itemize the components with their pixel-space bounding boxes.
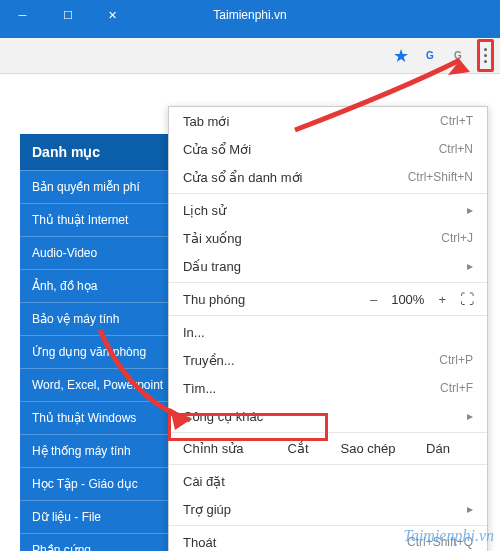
chrome-main-menu: Tab mới Ctrl+T Cửa sổ Mới Ctrl+N Cửa sổ … bbox=[168, 106, 488, 551]
translate-grey-icon[interactable] bbox=[449, 47, 467, 65]
submenu-arrow-icon: ▸ bbox=[467, 502, 473, 516]
menu-item-bookmarks[interactable]: Dấu trang ▸ bbox=[169, 252, 487, 280]
sidebar-item[interactable]: Word, Excel, Powerpoint bbox=[20, 368, 190, 401]
edit-copy-button[interactable]: Sao chép bbox=[333, 441, 403, 456]
minimize-button[interactable]: ─ bbox=[0, 0, 45, 30]
menu-separator bbox=[169, 282, 487, 283]
menu-item-edit: Chỉnh sửa Cắt Sao chép Dán bbox=[169, 435, 487, 462]
category-sidebar: Danh mục Bản quyền miễn phí Thủ thuật In… bbox=[20, 134, 190, 551]
menu-shortcut: Ctrl+F bbox=[440, 381, 473, 395]
window-titlebar: Taimienphi.vn ─ ☐ ✕ bbox=[0, 0, 500, 30]
vertical-dots-icon bbox=[480, 44, 491, 67]
edit-cut-button[interactable]: Cắt bbox=[263, 441, 333, 456]
browser-toolbar: ★ bbox=[0, 38, 500, 74]
submenu-arrow-icon: ▸ bbox=[467, 203, 473, 217]
watermark-text: Taimienphi.vn bbox=[403, 527, 494, 545]
menu-label: Truyền... bbox=[183, 353, 235, 368]
sidebar-item[interactable]: Thủ thuật Windows bbox=[20, 401, 190, 434]
menu-item-cast[interactable]: Truyền... Ctrl+P bbox=[169, 346, 487, 374]
close-button[interactable]: ✕ bbox=[90, 0, 135, 30]
edit-paste-button[interactable]: Dán bbox=[403, 441, 473, 456]
zoom-out-button[interactable]: – bbox=[370, 292, 377, 307]
menu-item-history[interactable]: Lịch sử ▸ bbox=[169, 196, 487, 224]
chrome-menu-button[interactable] bbox=[477, 39, 494, 72]
menu-shortcut: Ctrl+N bbox=[439, 142, 473, 156]
sidebar-item[interactable]: Dữ liệu - File bbox=[20, 500, 190, 533]
menu-item-print[interactable]: In... bbox=[169, 318, 487, 346]
menu-item-more-tools[interactable]: Công cụ khác ▸ bbox=[169, 402, 487, 430]
zoom-in-button[interactable]: + bbox=[438, 292, 446, 307]
menu-item-new-tab[interactable]: Tab mới Ctrl+T bbox=[169, 107, 487, 135]
zoom-percent: 100% bbox=[391, 292, 424, 307]
menu-item-incognito[interactable]: Cửa sổ ẩn danh mới Ctrl+Shift+N bbox=[169, 163, 487, 191]
menu-label: Cửa sổ Mới bbox=[183, 142, 251, 157]
menu-separator bbox=[169, 315, 487, 316]
menu-separator bbox=[169, 432, 487, 433]
menu-label: Tab mới bbox=[183, 114, 229, 129]
menu-shortcut: Ctrl+P bbox=[439, 353, 473, 367]
sidebar-item[interactable]: Học Tập - Giáo dục bbox=[20, 467, 190, 500]
sidebar-item[interactable]: Thủ thuật Internet bbox=[20, 203, 190, 236]
menu-label: Công cụ khác bbox=[183, 409, 263, 424]
sidebar-heading: Danh mục bbox=[20, 134, 190, 170]
menu-label: Tải xuống bbox=[183, 231, 242, 246]
tab-strip bbox=[0, 30, 500, 38]
menu-item-zoom: Thu phóng – 100% + ⛶ bbox=[169, 285, 487, 313]
menu-separator bbox=[169, 525, 487, 526]
maximize-button[interactable]: ☐ bbox=[45, 0, 90, 30]
submenu-arrow-icon: ▸ bbox=[467, 409, 473, 423]
menu-label: Dấu trang bbox=[183, 259, 241, 274]
sidebar-item[interactable]: Phần cứng bbox=[20, 533, 190, 551]
menu-item-find[interactable]: Tìm... Ctrl+F bbox=[169, 374, 487, 402]
submenu-arrow-icon: ▸ bbox=[467, 259, 473, 273]
menu-label: Chỉnh sửa bbox=[183, 441, 263, 456]
menu-separator bbox=[169, 193, 487, 194]
sidebar-item[interactable]: Ảnh, đồ họa bbox=[20, 269, 190, 302]
window-title: Taimienphi.vn bbox=[213, 8, 286, 22]
menu-shortcut: Ctrl+T bbox=[440, 114, 473, 128]
menu-item-new-window[interactable]: Cửa sổ Mới Ctrl+N bbox=[169, 135, 487, 163]
bookmark-star-icon[interactable]: ★ bbox=[391, 46, 411, 66]
menu-shortcut: Ctrl+J bbox=[441, 231, 473, 245]
menu-label: Thoát bbox=[183, 535, 216, 550]
menu-shortcut: Ctrl+Shift+N bbox=[408, 170, 473, 184]
sidebar-item[interactable]: Ứng dụng văn phòng bbox=[20, 335, 190, 368]
menu-item-settings[interactable]: Cài đặt bbox=[169, 467, 487, 495]
menu-separator bbox=[169, 464, 487, 465]
menu-label: Lịch sử bbox=[183, 203, 226, 218]
menu-label: Cửa sổ ẩn danh mới bbox=[183, 170, 302, 185]
translate-icon[interactable] bbox=[421, 47, 439, 65]
menu-item-help[interactable]: Trợ giúp ▸ bbox=[169, 495, 487, 523]
menu-item-downloads[interactable]: Tải xuống Ctrl+J bbox=[169, 224, 487, 252]
sidebar-item[interactable]: Audio-Video bbox=[20, 236, 190, 269]
window-controls: ─ ☐ ✕ bbox=[0, 0, 135, 30]
sidebar-item[interactable]: Bản quyền miễn phí bbox=[20, 170, 190, 203]
menu-label: Thu phóng bbox=[183, 292, 245, 307]
fullscreen-icon[interactable]: ⛶ bbox=[460, 291, 473, 307]
sidebar-item[interactable]: Hệ thống máy tính bbox=[20, 434, 190, 467]
menu-label: Trợ giúp bbox=[183, 502, 231, 517]
menu-label: Tìm... bbox=[183, 381, 216, 396]
sidebar-item[interactable]: Bảo vệ máy tính bbox=[20, 302, 190, 335]
menu-label: Cài đặt bbox=[183, 474, 225, 489]
menu-label: In... bbox=[183, 325, 205, 340]
